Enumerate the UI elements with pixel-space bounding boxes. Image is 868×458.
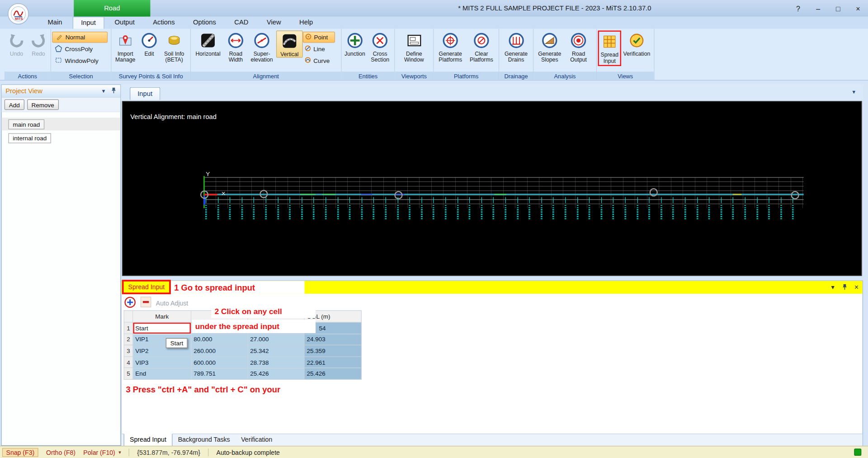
cell-mark[interactable]: VIP3 [133, 357, 191, 368]
annotation-step1: 1 Go to spread input [171, 281, 305, 294]
app-logo-icon[interactable]: MiTS [8, 3, 29, 24]
cell-chainage[interactable]: 80.000 [191, 334, 248, 345]
spread-input-highlight-box: Spread Input [598, 30, 622, 66]
vertical-point-button[interactable]: Point [303, 32, 335, 43]
selection-windowpoly-button[interactable]: WindowPoly [52, 55, 108, 66]
column-header-mark[interactable]: Mark [133, 311, 191, 323]
cell-chainage[interactable]: 260.000 [191, 345, 248, 357]
generate-drains-button[interactable]: Generate Drains [500, 30, 532, 62]
cell-level[interactable]: 28.738 [248, 357, 304, 368]
minimize-button[interactable]: – [814, 4, 823, 12]
panel-close-icon[interactable]: × [854, 283, 859, 291]
road-item-main[interactable]: main road [8, 119, 44, 129]
curve-icon [305, 57, 311, 64]
road-output-button[interactable]: Road Output [565, 30, 592, 62]
cell-ogl[interactable]: 25.359 [305, 345, 362, 357]
edit-survey-button[interactable]: Edit [138, 30, 160, 57]
tab-input[interactable]: Input [73, 17, 104, 29]
generate-platforms-button[interactable]: Generate Platforms [435, 30, 466, 62]
cell-ogl[interactable]: 22.961 [305, 357, 362, 368]
pin-icon[interactable] [111, 87, 116, 95]
remove-row-button[interactable] [140, 296, 151, 310]
table-corner-cell [124, 311, 133, 323]
cell-chainage[interactable]: 600.000 [191, 357, 248, 368]
generate-slopes-label: Generate Slopes [535, 51, 565, 63]
tab-help[interactable]: Help [292, 17, 321, 29]
add-row-button[interactable] [124, 296, 136, 310]
super-elevation-button[interactable]: Super- elevation [247, 30, 276, 62]
ribbon-group-survey: Import Manage Edit Soil Info (BETA) Surv… [112, 29, 191, 80]
cell-mark-start[interactable]: Start [133, 323, 191, 334]
cell-level[interactable]: 25.426 [248, 368, 304, 380]
horizontal-alignment-button[interactable]: Horizontal [192, 30, 224, 57]
snap-toggle[interactable]: Snap (F3) [2, 448, 38, 457]
road-width-button[interactable]: Road Width [224, 30, 248, 62]
tab-main[interactable]: Main [40, 17, 70, 29]
annotation-step2-line2: under the spread input [192, 320, 316, 333]
ortho-toggle[interactable]: Ortho (F8) [46, 449, 75, 456]
ribbon-group-platforms: Generate Platforms Clear Platforms Platf… [434, 29, 499, 80]
close-button[interactable]: × [854, 4, 863, 12]
tab-output[interactable]: Output [107, 17, 142, 29]
generate-drains-icon [507, 32, 525, 49]
spread-input-button[interactable]: Spread Input [599, 32, 619, 64]
bottom-tab-spread-input[interactable]: Spread Input [124, 434, 173, 446]
define-window-button[interactable]: Define Window [399, 30, 429, 62]
clear-platforms-button[interactable]: Clear Platforms [466, 30, 497, 62]
cell-level[interactable]: 27.000 [248, 334, 304, 345]
polar-toggle[interactable]: Polar (F10) [83, 449, 115, 456]
cross-section-button[interactable]: Cross Section [367, 30, 393, 62]
bottom-tab-background-tasks[interactable]: Background Tasks [172, 434, 236, 446]
vertical-line-button[interactable]: Line [303, 43, 335, 55]
spread-input-icon [601, 33, 618, 50]
tab-view[interactable]: View [259, 17, 289, 29]
redo-button[interactable]: Redo [28, 30, 49, 57]
contextual-tab-road[interactable]: Road [74, 0, 150, 17]
compass-icon [140, 32, 158, 49]
undo-button[interactable]: Undo [5, 30, 27, 57]
row-number: 4 [124, 357, 133, 368]
pin-icon[interactable] [842, 283, 848, 291]
tab-options[interactable]: Options [185, 17, 224, 29]
annotation-step3: 3 Press "ctrl +A" and "ctrl + C" on your [123, 382, 362, 396]
generate-slopes-button[interactable]: Generate Slopes [535, 30, 565, 62]
document-tab-input[interactable]: Input [130, 87, 160, 100]
verification-button[interactable]: Verification [621, 30, 652, 57]
import-manage-button[interactable]: Import Manage [113, 30, 138, 62]
vertical-curve-button[interactable]: Curve [303, 55, 335, 66]
junction-icon [346, 32, 363, 49]
cell-ogl[interactable]: 24.903 [305, 334, 362, 345]
divider [208, 448, 208, 456]
add-road-button[interactable]: Add [5, 100, 24, 110]
vertical-alignment-button[interactable]: Vertical [276, 30, 303, 57]
road-horizontal-icon [199, 32, 217, 49]
maximize-button[interactable]: □ [834, 4, 843, 12]
soil-info-button[interactable]: Soil Info (BETA) [160, 30, 188, 62]
cell-chainage[interactable]: 789.751 [191, 368, 248, 380]
junction-label: Junction [344, 51, 365, 57]
cell-level[interactable]: 25.342 [248, 345, 304, 357]
polar-dropdown-icon[interactable]: ▾ [118, 449, 121, 455]
selection-normal-button[interactable]: Normal [52, 32, 108, 43]
group-label-drainage: Drainage [499, 72, 533, 80]
profile-segment-yellow [733, 194, 742, 195]
panel-collapse-icon[interactable]: ▼ [101, 88, 106, 94]
tab-cad[interactable]: CAD [226, 17, 256, 29]
bottom-tab-verification[interactable]: Verification [236, 434, 278, 446]
vip-marker[interactable] [650, 188, 658, 196]
divider [129, 448, 129, 456]
drawing-canvas[interactable]: Vertical Alignment: main road Y × [122, 101, 862, 276]
panel-collapse-icon[interactable]: ▼ [830, 284, 835, 290]
road-item-internal[interactable]: internal road [8, 133, 51, 143]
auto-adjust-button[interactable]: Auto Adjust [156, 300, 188, 306]
junction-button[interactable]: Junction [343, 30, 367, 57]
cell-mark[interactable]: End [133, 368, 191, 380]
tab-actions[interactable]: Actions [145, 17, 183, 29]
cell-tooltip: Start [166, 338, 188, 348]
remove-road-button[interactable]: Remove [27, 100, 59, 110]
cell-ogl[interactable]: 25.426 [305, 368, 362, 380]
document-dropdown-icon[interactable]: ▼ [851, 89, 856, 95]
help-button[interactable]: ? [794, 4, 803, 12]
group-label-entities: Entities [342, 72, 395, 80]
selection-crosspoly-button[interactable]: CrossPoly [52, 43, 108, 55]
